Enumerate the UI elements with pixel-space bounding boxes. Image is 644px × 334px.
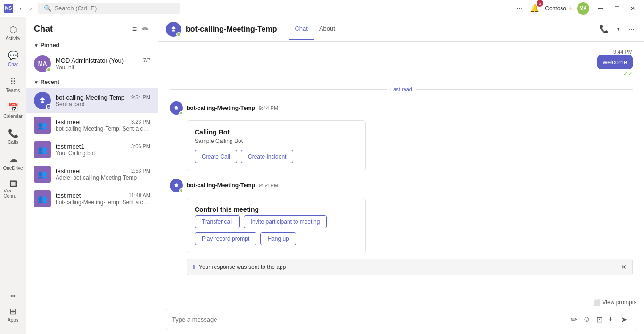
invite-participant-button[interactable]: Invite participant to meeting [244,215,327,228]
avatar-text: 👥 [38,170,47,179]
search-bar[interactable]: 🔍 [38,3,180,14]
chat-info: test meet1 3:06 PM You: Calling bot [56,143,150,157]
apps-plus-icon: ⊞ [9,306,17,317]
chat-info: test meet 11:48 AM bot-calling-Meeting-T… [56,192,150,206]
chat-item-mod[interactable]: MA MOD Administrator (You) 7/7 You: hii [26,51,158,76]
create-call-button[interactable]: Create Call [195,150,237,163]
message-text-input[interactable] [172,316,566,323]
edit-format-button[interactable]: ✏ [570,314,578,325]
sidebar-item-calendar[interactable]: 📅 Calendar [2,99,25,123]
chat-name: test meet1 [56,143,84,150]
chat-item-testmeet-3[interactable]: 👥 test meet 2:53 PM Adele: bot-calling-M… [26,162,158,186]
recent-chevron-icon: ▼ [34,80,39,85]
pinned-section-header[interactable]: ▼ Pinned [26,39,158,51]
chat-header-tabs: Chat About [289,18,340,40]
sidebar-item-label: Activity [6,36,21,41]
avatar-text: 👥 [38,194,47,203]
notification-text: Your response was sent to the app [199,264,617,270]
chat-item-testmeet-4[interactable]: 👥 test meet 11:48 AM bot-calling-Meeting… [26,186,158,211]
recent-section-header[interactable]: ▼ Recent [26,76,158,88]
chat-info: test meet 2:53 PM Adele: bot-calling-Mee… [56,167,150,181]
chat-icon: 💬 [8,50,18,61]
more-apps-section: ••• ⊞ Apps [0,286,28,330]
gif-icon: ⊡ [596,316,603,324]
avatar-text: 👥 [38,121,47,130]
sidebar-item-calls[interactable]: 📞 Calls [2,125,25,149]
filter-button[interactable]: ≡ [131,23,139,35]
tab-chat[interactable]: Chat [289,18,313,40]
bot-msg-header-1: bot-calling-Meeting-Temp 9:44 PM [170,101,633,115]
recent-label: Recent [41,79,59,85]
call-dropdown-button[interactable]: ▼ [614,25,623,33]
chat-header-right: 📞 ▼ ··· [597,23,636,35]
sidebar-item-activity[interactable]: ⬡ Activity [2,21,25,45]
title-bar-right: ··· 🔔 5 Contoso ⚠ MA — ☐ ✕ [514,2,640,15]
call-icon: 📞 [599,25,609,33]
transfer-call-button[interactable]: Transfer call [195,215,240,228]
bot-avatar-msg [170,101,183,115]
chat-item-testmeet1[interactable]: 👥 test meet1 3:06 PM You: Calling bot [26,137,158,162]
add-attachment-button[interactable]: + [607,314,613,325]
pinned-chevron-icon: ▼ [34,43,39,48]
card-buttons-2: Transfer call Invite participant to meet… [195,215,358,245]
avatar-text: 👥 [38,145,47,154]
card-buttons-row-1: Transfer call Invite participant to meet… [195,215,358,228]
svg-point-0 [41,100,42,102]
send-button[interactable]: ➤ [617,313,630,326]
more-options-button[interactable]: ··· [514,2,524,15]
sidebar-item-chat[interactable]: 💬 Chat [2,47,25,71]
maximize-button[interactable]: ☐ [609,3,624,14]
chat-header-left: bot-calling-Meeting-Temp Chat About [166,18,341,40]
bot-sender-name-2: bot-calling-Meeting-Temp [187,182,255,189]
bot-msg-icon-2 [173,182,180,189]
minimize-button[interactable]: — [593,3,608,14]
search-input[interactable] [54,5,174,12]
avatar: 👥 [34,190,51,207]
apps-button[interactable]: ⊞ Apps [2,302,25,326]
close-button[interactable]: ✕ [625,3,640,14]
last-read-line-left [170,89,387,90]
online-indicator [46,67,51,72]
gif-button[interactable]: ⊡ [595,314,603,325]
sidebar-item-label: Calendar [3,114,23,119]
play-record-prompt-button[interactable]: Play record prompt [195,232,256,245]
title-bar-nav: ‹ › [17,3,34,14]
chat-item-testmeet-1[interactable]: 👥 test meet 3:23 PM bot-calling-Meeting-… [26,113,158,137]
app-icon: MS [4,4,13,13]
more-nav-button[interactable]: ••• [2,290,25,302]
hang-up-button[interactable]: Hang up [260,232,296,245]
nav-forward-button[interactable]: › [27,3,35,14]
control-meeting-card: Control this meeting Transfer call Invit… [187,198,366,253]
nav-back-button[interactable]: ‹ [17,3,25,14]
call-button[interactable]: 📞 [597,23,611,35]
bot-msg-time-1: 9:44 PM [259,105,278,111]
card-title-2: Control this meeting [195,206,358,213]
messages-area: 9:44 PM welcome ✓✓ Last read [158,42,644,295]
card-subtitle-1: Sample Calling Bot [195,138,358,144]
warning-icon: ⚠ [568,5,573,12]
chat-name: test meet [56,167,81,175]
sent-timestamp: 9:44 PM [170,49,633,55]
chat-time: 11:48 AM [129,192,150,198]
new-chat-button[interactable]: ✏ [140,23,150,35]
sidebar-item-viva[interactable]: 🔲 Viva Conn... [2,176,25,202]
chat-info: test meet 3:23 PM bot-calling-Meeting-Te… [56,118,150,132]
sidebar-item-teams[interactable]: ⠿ Teams [2,73,25,97]
chat-preview: Sent a card [56,101,150,108]
input-actions: ✏ ☺ ⊡ + ➤ [570,313,630,326]
info-icon: ℹ [193,264,195,271]
chat-time: 3:23 PM [131,119,150,125]
sidebar-item-onedrive[interactable]: ☁ OneDrive [2,150,25,175]
chat-more-options-button[interactable]: ··· [627,23,636,35]
view-prompts-label: View prompts [603,299,636,306]
create-incident-button[interactable]: Create Incident [241,150,293,163]
add-icon: + [608,315,612,323]
emoji-button[interactable]: ☺ [582,314,591,325]
tab-about[interactable]: About [314,18,341,40]
chat-item-bot-calling[interactable]: ⬦ bot-calling-Meeting-Temp 9:54 PM Sent … [26,88,158,113]
view-prompts-button[interactable]: ⬜ View prompts [594,299,636,306]
notification-close-button[interactable]: ✕ [621,263,627,271]
avatar: 👥 [34,117,51,134]
chevron-down-icon: ▼ [616,26,621,32]
user-avatar: MA [577,2,589,15]
